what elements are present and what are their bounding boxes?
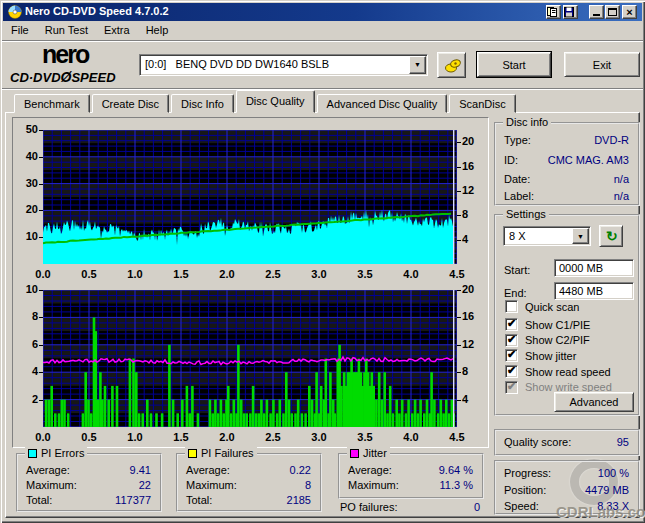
speed-select[interactable]: 8 X ▼ [503,226,591,246]
checkbox-quick-scan[interactable]: Quick scan [505,300,579,313]
tab-disc-quality[interactable]: Disc Quality [236,90,315,113]
x-axis-label: 4.0 [396,268,426,280]
disc-info-label: Type: [504,134,531,146]
right-axis-label: 12 [462,184,492,196]
checkbox-box[interactable]: ✔ [505,365,518,378]
axis-tick [457,400,461,401]
x-axis-label: 1.0 [120,431,150,443]
checkbox-show-c2-pif[interactable]: ✔Show C2/PIF [505,334,590,347]
y-axis-label: 4 [8,365,38,377]
drive-select-value: [0:0] BENQ DVD DD DW1640 BSLB [145,58,329,70]
checkbox-box[interactable]: ✔ [505,334,518,347]
x-axis-label: 2.5 [258,268,288,280]
x-axis-label: 3.0 [304,431,334,443]
refresh-button[interactable]: ↻ [599,225,623,247]
x-axis-label: 2.0 [212,268,242,280]
exit-button[interactable]: Exit [564,52,640,77]
x-axis-label: 1.0 [120,268,150,280]
stat-row: Maximum:11.3 % [348,479,473,491]
y-axis-label: 10 [8,230,38,242]
start-button[interactable]: Start [477,52,551,77]
disc-info-label: ID: [504,154,518,166]
stat-value: 117377 [115,494,151,506]
titlebar[interactable]: Nero CD-DVD Speed 4.7.0.2 × [3,3,642,21]
axis-tick [39,372,43,373]
stat-label: Maximum: [348,479,399,491]
x-axis-label: 1.5 [166,268,196,280]
report-button[interactable] [546,5,561,19]
stat-box-pi-errors: PI ErrorsAverage:9.41Maximum:22Total:117… [16,453,162,512]
menu-item-help[interactable]: Help [138,21,177,40]
disc-info-group: Disc info Type:DVD-RID:CMC MAG. AM3Date:… [494,122,640,206]
drive-select[interactable]: [0:0] BENQ DVD DD DW1640 BSLB ▼ [139,54,428,76]
axis-tick [457,215,461,216]
stat-label: Maximum: [26,479,77,491]
pif-jitter-chart [43,290,457,427]
minimize-icon [593,14,600,16]
maximize-button[interactable] [605,5,620,19]
hand-disc-icon [444,58,462,74]
save-button[interactable] [563,5,578,19]
axis-tick [457,167,461,168]
y-axis-label: 20 [8,203,38,215]
stat-row: Maximum:22 [26,479,151,491]
stat-label: Maximum: [186,479,237,491]
quality-score-box: Quality score: 95 [494,429,640,456]
nero-logo: nero [42,42,88,66]
tab-benchmark[interactable]: Benchmark [14,94,90,113]
pages-icon [547,7,558,17]
x-axis-label: 4.0 [396,431,426,443]
y-axis-label: 30 [8,177,38,189]
advanced-button[interactable]: Advanced [554,392,634,412]
axis-tick [457,317,461,318]
tab-advanced-disc-quality[interactable]: Advanced Disc Quality [317,94,448,113]
eject-button[interactable] [437,52,466,78]
stat-label: Total: [186,494,212,506]
axis-tick [457,290,461,291]
tab-disc-info[interactable]: Disc Info [171,94,234,113]
checkbox-show-jitter[interactable]: ✔Show jitter [505,349,576,362]
stat-label: Total: [26,494,52,506]
menu-item-extra[interactable]: Extra [96,21,138,40]
axis-tick [39,237,43,238]
end-field[interactable] [554,282,634,300]
checkbox-show-read-speed[interactable]: ✔Show read speed [505,365,611,378]
right-axis-label: 20 [462,283,492,295]
check-icon: ✔ [507,348,516,361]
right-axis-label: 4 [462,233,492,245]
axis-tick [457,372,461,373]
start-field[interactable] [554,259,634,277]
checkbox-show-c1-pie[interactable]: ✔Show C1/PIE [505,318,590,331]
checkbox-box[interactable] [505,300,518,313]
floppy-icon [564,7,574,17]
stat-box-jitter: JitterAverage:9.64 %Maximum:11.3 % [338,453,484,499]
checkbox-label: Quick scan [525,301,579,313]
tab-create-disc[interactable]: Create Disc [92,94,169,113]
tab-scandisc[interactable]: ScanDisc [449,94,515,113]
speed-select-arrow[interactable]: ▼ [572,228,589,244]
checkbox-box[interactable]: ✔ [505,349,518,362]
check-icon: ✔ [507,333,516,346]
checkbox-box[interactable]: ✔ [505,381,518,394]
stat-title-text: Jitter [363,447,387,459]
settings-group: Settings 8 X ▼ ↻ Start: End: Quick scan✔… [494,214,640,416]
disc-glyph: Ø [61,69,72,85]
check-icon: ✔ [507,364,516,377]
menu-item-run-test[interactable]: Run Test [37,21,96,40]
checkbox-box[interactable]: ✔ [505,318,518,331]
stat-value: 11.3 % [440,479,473,491]
right-axis-label: 4 [462,393,492,405]
y-axis-label: 40 [8,150,38,162]
close-button[interactable]: × [622,5,637,19]
drive-select-arrow[interactable]: ▼ [409,56,426,74]
menu-item-file[interactable]: File [3,21,37,40]
axis-tick [39,210,43,211]
legend-swatch [28,449,37,458]
tab-strip: BenchmarkCreate DiscDisc InfoDisc Qualit… [14,92,518,113]
minimize-button[interactable] [589,5,604,19]
stat-title-text: PI Failures [201,447,254,459]
axis-tick [39,157,43,158]
disc-info-label: Date: [504,173,530,185]
x-axis-label: 0.5 [74,268,104,280]
quality-score-label: Quality score: [504,436,629,448]
